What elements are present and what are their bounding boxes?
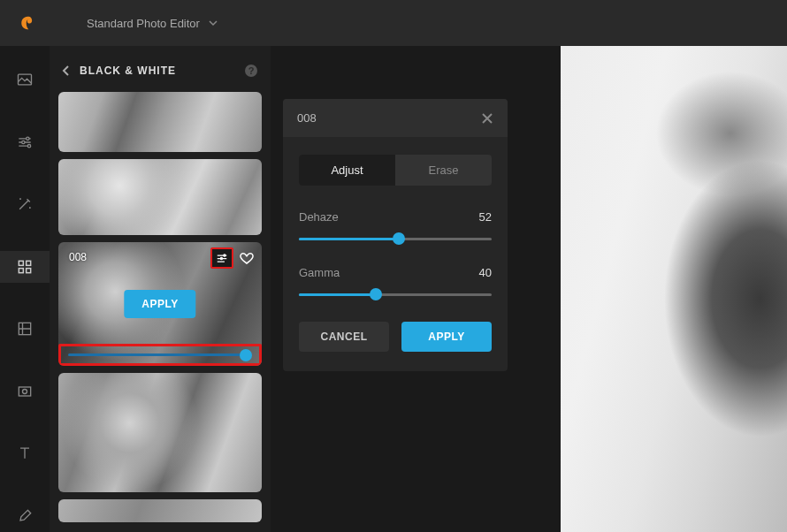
svg-point-13: [224, 255, 225, 256]
svg-rect-9: [19, 387, 30, 396]
svg-point-3: [27, 144, 30, 147]
panel-title: BLACK & WHITE: [80, 65, 176, 77]
param-gamma-value: 40: [479, 266, 492, 279]
preset-card[interactable]: [58, 499, 262, 522]
svg-point-14: [220, 257, 222, 259]
editor-mode-dropdown[interactable]: Standard Photo Editor: [87, 17, 218, 30]
preset-adjust-icon[interactable]: [210, 247, 233, 269]
slider-gamma[interactable]: [299, 288, 492, 300]
svg-point-2: [22, 141, 25, 143]
tab-erase[interactable]: Erase: [395, 155, 492, 186]
param-gamma-label: Gamma: [299, 266, 340, 279]
preset-intensity-slider[interactable]: [58, 344, 262, 366]
back-button[interactable]: [62, 65, 71, 77]
svg-point-10: [23, 389, 27, 393]
svg-text:?: ?: [248, 65, 255, 76]
svg-rect-5: [27, 261, 31, 265]
tool-text[interactable]: [0, 437, 50, 470]
tool-wand[interactable]: [0, 188, 50, 221]
tab-adjust[interactable]: Adjust: [299, 155, 395, 186]
apply-button[interactable]: APPLY: [401, 322, 492, 352]
tool-presets[interactable]: [0, 251, 50, 284]
chevron-down-icon: [209, 19, 218, 27]
preset-card[interactable]: [58, 159, 262, 235]
close-icon[interactable]: [481, 112, 493, 125]
svg-point-1: [27, 137, 29, 140]
help-icon[interactable]: ?: [244, 64, 258, 78]
adjust-panel-title: 008: [297, 111, 317, 125]
tool-image[interactable]: [0, 64, 50, 96]
param-dehaze-value: 52: [479, 210, 492, 224]
tool-frames[interactable]: [0, 313, 50, 346]
preset-card[interactable]: [58, 92, 262, 152]
tool-overlay[interactable]: [0, 376, 50, 408]
tool-sliders[interactable]: [0, 126, 50, 159]
preset-apply-button[interactable]: APPLY: [124, 290, 195, 318]
image-preview: [561, 46, 787, 532]
slider-dehaze[interactable]: [299, 232, 492, 245]
preset-card-selected[interactable]: 008 APPLY: [58, 242, 262, 366]
favorite-icon[interactable]: [237, 248, 256, 268]
cancel-button[interactable]: CANCEL: [299, 322, 389, 352]
preset-id-label: 008: [69, 251, 87, 263]
param-dehaze-label: Dehaze: [299, 210, 339, 224]
svg-rect-7: [27, 268, 31, 272]
svg-rect-6: [19, 268, 23, 272]
tool-brush[interactable]: [0, 500, 50, 533]
svg-rect-4: [19, 261, 23, 265]
editor-mode-label: Standard Photo Editor: [87, 17, 200, 30]
app-logo[interactable]: [14, 13, 34, 33]
preset-card[interactable]: [58, 373, 262, 492]
